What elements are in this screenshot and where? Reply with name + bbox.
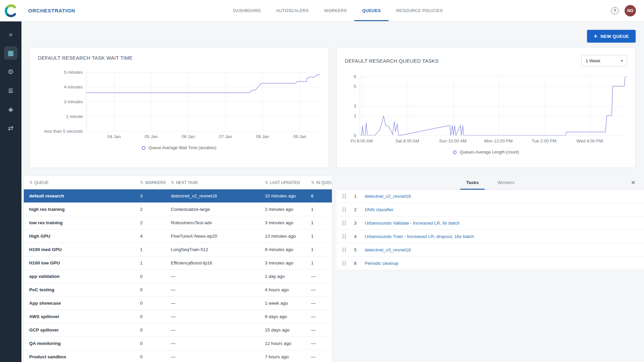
next-task-cell: — [166,287,259,292]
sort-icon: ⇅ [311,180,314,185]
top-tab-dashboard[interactable]: DASHBOARD [225,0,269,21]
table-row[interactable]: App showcase0—1 week ago— [24,297,332,310]
table-row[interactable]: H100 med GPU1LongSeqTrain-5129 minutes a… [24,243,332,256]
column-header-queue[interactable]: ⇅ QUEUE [24,180,135,185]
queue-name-cell: High GPU [24,234,135,239]
time-range-select[interactable]: 1 Week ▾ [581,55,627,66]
table-row[interactable]: High GPU4FineTuneX-News-ep2013 minutes a… [24,230,332,243]
column-label: IN QUEUE [316,180,332,185]
drag-handle-icon[interactable] [342,234,346,239]
getting-started-icon[interactable]: » [4,27,17,41]
table-row[interactable]: high res training2Contextualize-large2 m… [24,203,332,216]
resources-icon[interactable]: ◈ [4,103,17,116]
task-link[interactable]: Periodic cleanup [365,261,398,266]
last-updated-cell: 6 days ago [259,314,306,319]
y-tick-label: 5 [354,84,356,89]
x-tick-label: Sun 10:00 AM [439,138,467,143]
charts-row: DEFAULT RESEARCH TASK WAIT TIME 5 minute… [30,47,636,168]
task-link[interactable]: Urbansounds Train - Increased LR, dropou… [365,234,474,239]
y-axis-labels: 65320 [345,76,360,135]
x-tick-label: 06 Jan [182,134,195,139]
app-logo[interactable] [0,0,21,21]
table-row[interactable]: QA monitoring0—12 hours ago— [24,337,332,350]
last-updated-cell: 1 week ago [259,301,306,306]
next-task-cell: Contextualize-large [166,207,259,212]
y-tick-label: 3 minutes [64,99,83,104]
workers-cell: 1 [135,260,166,265]
workers-cell: 0 [135,274,166,279]
table-row[interactable]: app validation0—1 day ago— [24,270,332,283]
column-header-next-task[interactable]: ⇅ NEXT TASK [166,180,259,185]
top-tab-queues[interactable]: QUEUES [354,0,388,21]
drag-handle-icon[interactable] [342,247,346,252]
table-row[interactable]: Product sandbox0—7 hours ago— [24,350,332,362]
help-icon[interactable]: ? [611,7,619,14]
chevron-down-icon: ▾ [621,58,623,63]
close-icon[interactable]: × [631,179,635,186]
workers-cell: 0 [135,287,166,292]
legend-marker-icon [453,150,457,154]
line-series [360,76,628,135]
panel-tab-workers[interactable]: Workers [488,176,524,189]
top-tab-autoscalers[interactable]: AUTOSCALERS [269,0,316,21]
new-queue-button[interactable]: + NEW QUEUE [587,30,636,43]
orchestration-icon[interactable]: ▦ [4,46,17,60]
workers-cell: 0 [135,314,166,319]
next-task-cell: — [166,301,259,306]
task-link[interactable]: DNN classifier [365,207,394,212]
queue-detail-panel: TasksWorkers× 1detectnet_v2_resnet182DNN… [337,176,644,362]
table-row[interactable]: H100 low GPU1EfficiencyBoost-fp163 minut… [24,256,332,270]
chart-legend: Queue Average Wait Time (duration) [38,145,320,150]
task-link[interactable]: detectnet_v2_resnet18 [365,194,411,199]
next-task-cell: FineTuneX-News-ep20 [166,234,259,239]
plus-icon: + [594,33,597,39]
column-label: WORKERS [145,180,166,185]
x-tick-label: 07 Jan [219,134,232,139]
table-row[interactable]: AWS spillover0—6 days ago— [24,310,332,323]
last-updated-cell: 3 minutes ago [259,220,306,225]
panel-tab-tasks[interactable]: Tasks [457,176,488,189]
in-queue-cell: 1 [306,234,332,239]
avatar[interactable]: NO [625,5,636,16]
top-tab-workers[interactable]: WORKERS [316,0,354,21]
drag-handle-icon[interactable] [342,221,346,226]
sidebar-nav: »▦⚙≣◈⇄ [0,21,21,362]
table-row[interactable]: PoC testing0—4 hours ago— [24,283,332,297]
workers-cell: 0 [135,301,166,306]
drag-handle-icon[interactable] [342,194,346,199]
task-index: 2 [354,207,363,212]
top-tab-resource-policies[interactable]: RESOURCE POLICIES [389,0,451,21]
pipelines-icon[interactable]: ⇄ [4,121,17,135]
queue-name-cell: low res training [24,220,135,225]
queues-table: ⇅ QUEUE ⇅ WORKERS ⇅ NEXT TASK ⇅ LAST UPD… [23,176,332,362]
in-queue-cell: 1 [306,220,332,225]
drag-handle-icon[interactable] [342,207,346,212]
in-queue-cell: 1 [306,260,332,265]
sort-icon: ⇅ [171,180,174,185]
workers-cell: 3 [135,193,166,198]
workers-cell: 2 [135,220,166,225]
column-header-in-queue[interactable]: ⇅ IN QUEUE [306,180,332,185]
drag-handle-icon[interactable] [342,261,346,266]
wait-time-chart-title: DEFAULT RESEARCH TASK WAIT TIME [38,55,320,61]
legend-label: Queue Average Wait Time (duration) [149,145,216,150]
y-tick-label: 4 minutes [64,84,83,89]
column-header-workers[interactable]: ⇅ WORKERS [135,180,166,185]
task-link[interactable]: Urbansounds Validate - Increased LR, 8x … [365,221,460,226]
queues-icon[interactable]: ≣ [4,84,17,97]
workers-icon[interactable]: ⚙ [4,65,17,78]
new-queue-label: NEW QUEUE [600,34,629,39]
queue-name-cell: high res training [24,207,135,212]
column-header-last-updated[interactable]: ⇅ LAST UPDATED [259,180,306,185]
in-queue-cell: — [306,341,332,346]
task-list-item: 4Urbansounds Train - Increased LR, dropo… [337,230,644,243]
table-row[interactable]: default research3detectnet_v2_resnet1810… [24,189,332,203]
task-link[interactable]: detectnet_v3_resnet18 [365,247,411,252]
last-updated-cell: 1 day ago [259,274,306,279]
next-task-cell: — [166,341,259,346]
table-row[interactable]: low res training2RobustnessTest-adv3 min… [24,216,332,230]
x-tick-label: Sat 8:00 AM [395,138,419,143]
x-tick-label: Fri 6:00 AM [351,138,373,143]
queues-table-header: ⇅ QUEUE ⇅ WORKERS ⇅ NEXT TASK ⇅ LAST UPD… [24,176,332,189]
table-row[interactable]: GCP spillover0—15 days ago— [24,323,332,337]
